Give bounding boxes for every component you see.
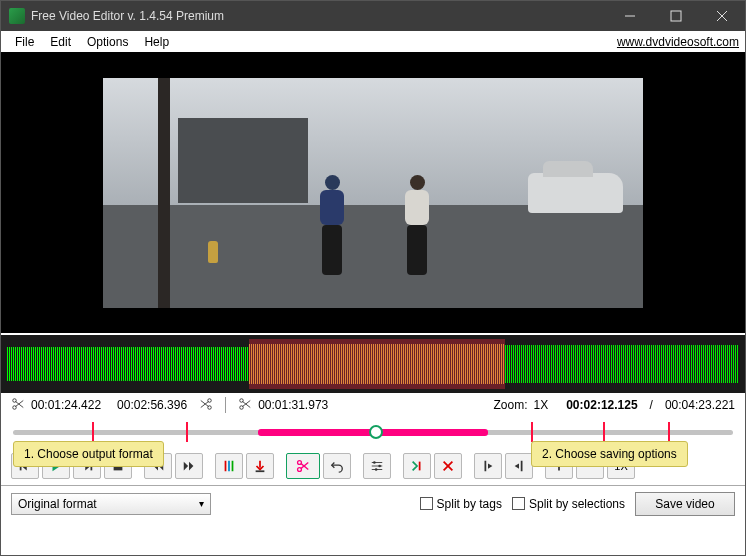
skip-forward-button[interactable] bbox=[175, 453, 203, 479]
selection-duration: 00:01:31.973 bbox=[258, 398, 328, 412]
callout-saving-options: 2. Choose saving options bbox=[531, 441, 688, 467]
svg-point-32 bbox=[378, 465, 381, 468]
window-title: Free Video Editor v. 1.4.54 Premium bbox=[31, 9, 607, 23]
bottom-bar: Original format Split by tags Split by s… bbox=[1, 485, 745, 521]
svg-point-33 bbox=[375, 468, 378, 471]
set-in-button[interactable] bbox=[474, 453, 502, 479]
svg-rect-1 bbox=[671, 11, 681, 21]
title-bar: Free Video Editor v. 1.4.54 Premium bbox=[1, 1, 745, 31]
maximize-button[interactable] bbox=[653, 1, 699, 31]
svg-line-10 bbox=[201, 401, 209, 407]
selection-start-time: 00:01:24.422 bbox=[31, 398, 101, 412]
video-preview-area bbox=[1, 53, 745, 333]
checkbox-icon bbox=[512, 497, 525, 510]
split-by-tags-checkbox[interactable]: Split by tags bbox=[420, 497, 502, 511]
current-time: 00:02:12.125 bbox=[566, 398, 637, 412]
zoom-label: Zoom: bbox=[493, 398, 527, 412]
svg-line-7 bbox=[15, 400, 23, 406]
undo-button[interactable] bbox=[323, 453, 351, 479]
save-video-button[interactable]: Save video bbox=[635, 492, 735, 516]
svg-line-15 bbox=[243, 400, 251, 406]
trim-in-button[interactable] bbox=[403, 453, 431, 479]
zoom-value: 1X bbox=[534, 398, 549, 412]
waveform-panel[interactable] bbox=[1, 335, 745, 393]
total-time: 00:04:23.221 bbox=[665, 398, 735, 412]
callout-output-format: 1. Choose output format bbox=[13, 441, 164, 467]
minimize-button[interactable] bbox=[607, 1, 653, 31]
selection-end-time: 00:02:56.396 bbox=[117, 398, 187, 412]
scissors-close-icon bbox=[199, 397, 213, 414]
delete-selection-button[interactable] bbox=[434, 453, 462, 479]
cut-selection-button[interactable] bbox=[286, 453, 320, 479]
split-by-selections-checkbox[interactable]: Split by selections bbox=[512, 497, 625, 511]
split-by-selections-label: Split by selections bbox=[529, 497, 625, 511]
website-link[interactable]: www.dvdvideosoft.com bbox=[617, 35, 739, 49]
split-by-tags-label: Split by tags bbox=[437, 497, 502, 511]
close-button[interactable] bbox=[699, 1, 745, 31]
checkbox-icon bbox=[420, 497, 433, 510]
svg-line-26 bbox=[301, 463, 308, 469]
toolbar: 1. Choose output format 2. Choose saving… bbox=[1, 447, 745, 485]
timecode-bar: 00:01:24.422 00:02:56.396 00:01:31.973 Z… bbox=[1, 393, 745, 417]
add-marker-button[interactable] bbox=[215, 453, 243, 479]
menu-edit[interactable]: Edit bbox=[42, 33, 79, 51]
svg-line-14 bbox=[243, 401, 251, 407]
app-icon bbox=[9, 8, 25, 24]
menu-help[interactable]: Help bbox=[136, 33, 177, 51]
video-frame[interactable] bbox=[103, 78, 643, 308]
download-marker-button[interactable] bbox=[246, 453, 274, 479]
output-format-value: Original format bbox=[18, 497, 97, 511]
svg-line-11 bbox=[201, 400, 209, 406]
menu-bar: File Edit Options Help www.dvdvideosoft.… bbox=[1, 31, 745, 53]
set-out-button[interactable] bbox=[505, 453, 533, 479]
scissors-icon bbox=[238, 397, 252, 414]
svg-point-31 bbox=[373, 461, 376, 464]
time-separator: / bbox=[650, 398, 653, 412]
menu-file[interactable]: File bbox=[7, 33, 42, 51]
settings-button[interactable] bbox=[363, 453, 391, 479]
scissors-open-icon bbox=[11, 397, 25, 414]
output-format-dropdown[interactable]: Original format bbox=[11, 493, 211, 515]
save-video-label: Save video bbox=[655, 497, 714, 511]
svg-line-27 bbox=[301, 463, 308, 469]
menu-options[interactable]: Options bbox=[79, 33, 136, 51]
svg-line-6 bbox=[15, 401, 23, 407]
